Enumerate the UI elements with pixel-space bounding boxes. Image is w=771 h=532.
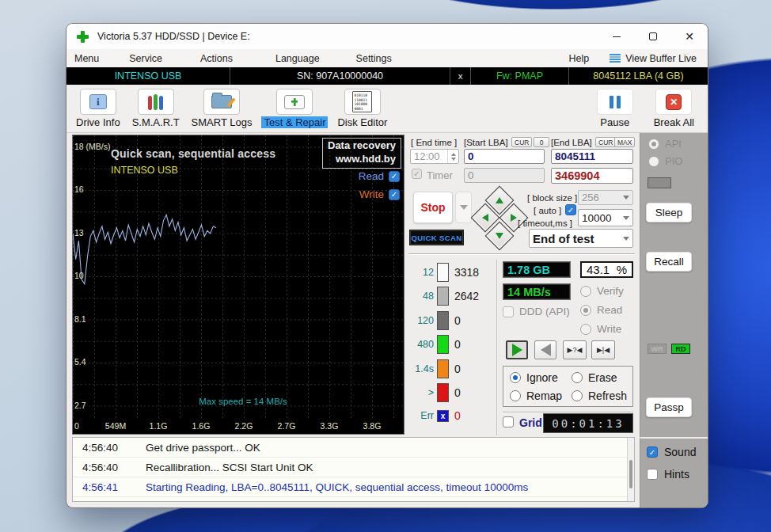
api-radio[interactable] xyxy=(648,139,659,150)
timer-label: Timer xyxy=(427,169,453,181)
x-axis-label: 0 xyxy=(74,421,79,431)
x-axis-label: 3.3G xyxy=(321,421,339,431)
write-radio[interactable] xyxy=(580,324,591,335)
erase-radio[interactable] xyxy=(572,372,583,383)
read-radio-row[interactable]: Read xyxy=(580,304,622,316)
minimize-button[interactable] xyxy=(598,24,635,49)
menu-item-language[interactable]: Language xyxy=(275,53,320,64)
read-radio[interactable] xyxy=(580,305,591,316)
right-sidebar: API PIO Sleep Recall WR RD Passp xyxy=(640,133,708,437)
ignore-radio-row[interactable]: Ignore xyxy=(510,371,558,384)
infobar-close-button[interactable]: x xyxy=(450,67,470,85)
ddd-api-row[interactable]: DDD (API) xyxy=(503,306,570,317)
view-buffer-live[interactable]: View Buffer Live xyxy=(610,53,697,64)
x-axis-label: 2.7G xyxy=(278,421,296,431)
log-message: Get drive passport... OK xyxy=(146,442,260,454)
block-size-select[interactable]: 256 xyxy=(578,190,633,205)
end-lba-label: [End LBA] xyxy=(551,138,592,147)
api-radio-row[interactable]: API xyxy=(648,138,682,150)
disk-editor-button[interactable]: 010110 110011 101000 0001 Disk Editor xyxy=(335,89,389,128)
pause-button[interactable]: Pause xyxy=(597,89,633,128)
remap-radio-row[interactable]: Remap xyxy=(510,390,562,402)
maximize-button[interactable] xyxy=(635,24,671,49)
ignore-radio[interactable] xyxy=(510,372,521,383)
smart-logs-button[interactable]: SMART Logs xyxy=(189,89,255,128)
menu-item-actions[interactable]: Actions xyxy=(200,53,233,64)
smart-button[interactable]: S.M.A.R.T xyxy=(130,89,182,128)
sleep-button[interactable]: Sleep xyxy=(646,203,692,222)
verify-radio[interactable] xyxy=(580,286,591,297)
end-lba-max-button[interactable]: MAX xyxy=(614,137,635,147)
menu-item-settings[interactable]: Settings xyxy=(356,53,392,64)
defect-action-group: Ignore Erase Remap Refresh xyxy=(503,366,633,407)
timer-checkbox[interactable]: ✓ xyxy=(412,169,422,179)
menu-item-menu[interactable]: Menu xyxy=(74,53,99,64)
passport-button[interactable]: Passp xyxy=(646,397,692,417)
read-toggle[interactable]: Read ✓ xyxy=(359,170,400,182)
start-lba-zero-button[interactable]: 0 xyxy=(534,137,549,147)
refresh-radio[interactable] xyxy=(572,390,583,401)
timeout-select[interactable]: 10000 xyxy=(578,209,633,226)
seek-question-button[interactable]: ▶?◀ xyxy=(563,340,587,359)
timer-value-input[interactable]: 0 xyxy=(464,168,545,183)
menu-item-help[interactable]: Help xyxy=(568,53,589,64)
spinner-arrows-icon[interactable] xyxy=(447,150,458,163)
seek-end-button[interactable]: ▶|◀ xyxy=(591,340,615,359)
log-row: 4:56:41 Starting Reading, LBA=0..8045111… xyxy=(73,477,634,497)
end-lba-cur-button[interactable]: CUR xyxy=(595,137,616,147)
quick-scan-button[interactable]: QUICK SCAN xyxy=(410,230,463,245)
log-row: 4:56:40 Recallibration... SCSI Start Uni… xyxy=(73,458,634,477)
scrollbar-thumb[interactable] xyxy=(629,460,632,488)
drive-info-bar: INTENSO USB SN: 907A10000040 x Fw: PMAP … xyxy=(66,67,708,85)
write-checkbox[interactable]: ✓ xyxy=(389,189,400,200)
start-lba-cur-button[interactable]: CUR xyxy=(511,137,532,147)
test-tubes-icon xyxy=(148,94,163,110)
stop-dropdown-button[interactable] xyxy=(455,192,472,223)
log-message: Starting Reading, LBA=0..8045111, QUICK,… xyxy=(146,481,528,493)
ddd-api-checkbox[interactable] xyxy=(503,306,514,317)
grid-checkbox[interactable] xyxy=(503,416,514,428)
start-forward-button[interactable] xyxy=(506,340,528,359)
hints-checkbox[interactable] xyxy=(647,469,658,480)
stop-button[interactable]: Stop xyxy=(413,192,453,223)
bucket-color-box xyxy=(437,335,449,354)
remap-radio[interactable] xyxy=(510,390,521,401)
erase-radio-row[interactable]: Erase xyxy=(572,371,617,384)
end-lba-input[interactable]: 8045111 xyxy=(551,149,633,164)
window-title: Victoria 5.37 HDD/SSD | Device E: xyxy=(97,31,250,42)
log-scrollbar[interactable] xyxy=(627,438,634,501)
menu-item-service[interactable]: Service xyxy=(129,53,162,64)
drive-info-button[interactable]: i Drive Info xyxy=(74,89,123,128)
pio-radio-row[interactable]: PIO xyxy=(648,155,682,167)
separator xyxy=(496,260,497,435)
drive-capacity: 8045112 LBA (4 GB) xyxy=(568,67,708,85)
auto-checkbox[interactable]: ✓ xyxy=(565,204,576,215)
break-all-button[interactable]: ✕ Break All xyxy=(651,89,697,128)
start-lba-input[interactable]: 0 xyxy=(464,149,545,164)
write-indicator: WR xyxy=(648,344,667,354)
x-axis-label: 3.8G xyxy=(363,421,382,431)
recall-button[interactable]: Recall xyxy=(646,252,692,272)
verify-radio-row[interactable]: Verify xyxy=(580,285,624,297)
log-time: 4:56:40 xyxy=(82,442,127,454)
pio-radio[interactable] xyxy=(648,156,659,167)
log-panel: 4:56:40 Get drive passport... OK 4:56:40… xyxy=(72,437,635,502)
refresh-radio-row[interactable]: Refresh xyxy=(572,390,627,402)
x-axis-label: 1.1G xyxy=(150,421,168,431)
break-x-icon: ✕ xyxy=(666,94,682,110)
hints-row[interactable]: Hints xyxy=(647,468,689,481)
timing-bucket-row: 1200 xyxy=(408,311,461,330)
write-toggle[interactable]: Write ✓ xyxy=(359,188,400,200)
buffer-list-icon xyxy=(610,54,621,63)
start-backward-button[interactable] xyxy=(534,340,556,359)
sound-checkbox[interactable]: ✓ xyxy=(647,446,658,458)
play-icon xyxy=(512,344,522,356)
write-radio-row[interactable]: Write xyxy=(580,323,621,335)
test-repair-button[interactable]: Test & Repair xyxy=(261,89,328,128)
sound-row[interactable]: ✓Sound xyxy=(647,446,696,458)
end-of-test-select[interactable]: End of test xyxy=(529,229,633,248)
read-checkbox[interactable]: ✓ xyxy=(389,171,400,182)
end-time-spinner[interactable]: 12:00 xyxy=(410,149,459,164)
close-button[interactable]: ✕ xyxy=(671,24,708,49)
chevron-down-icon xyxy=(623,196,629,200)
